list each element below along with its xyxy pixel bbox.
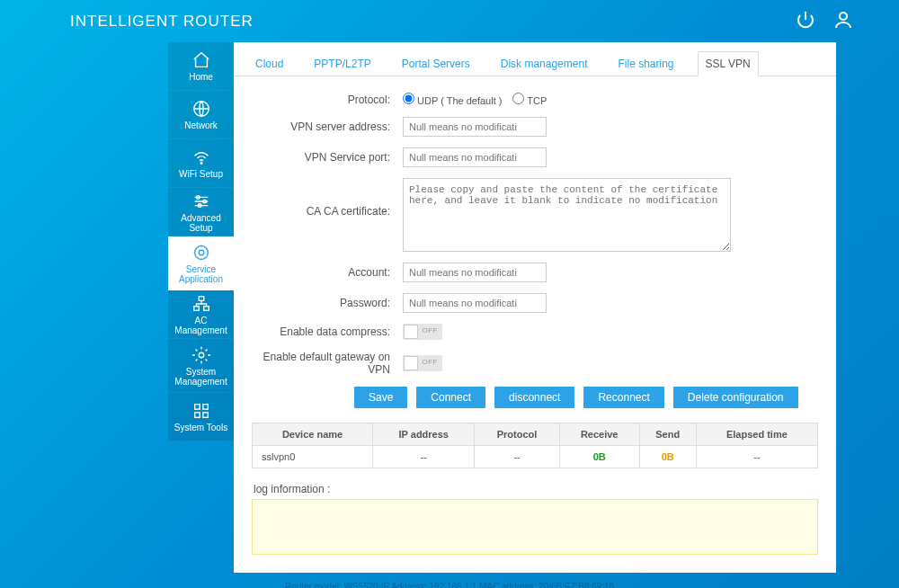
th-receive: Receive xyxy=(559,423,639,446)
tab-fileshare[interactable]: File sharing xyxy=(610,52,681,76)
th-protocol: Protocol xyxy=(475,423,559,446)
ca-cert-label: CA CA certificate: xyxy=(250,178,403,218)
sidebar-item-wifi[interactable]: WiFi Setup xyxy=(168,139,234,188)
svg-point-6 xyxy=(199,250,204,255)
svg-point-0 xyxy=(840,13,847,20)
sidebar-item-label: WiFi Setup xyxy=(179,169,223,179)
cell-proto: -- xyxy=(475,446,559,468)
svg-rect-10 xyxy=(203,306,209,310)
password-input[interactable] xyxy=(403,293,547,313)
protocol-tcp-option[interactable]: TCP xyxy=(512,93,547,106)
delete-config-button[interactable]: Delete configuration xyxy=(673,387,798,408)
svg-rect-13 xyxy=(202,405,208,410)
cell-ip: -- xyxy=(373,446,475,468)
tab-sslvpn[interactable]: SSL VPN xyxy=(698,51,759,76)
sidebar-item-label: Advanced Setup xyxy=(168,213,234,233)
sidebar-item-label: System Tools xyxy=(174,423,227,432)
power-icon[interactable] xyxy=(795,9,816,33)
footer-line1: Router model: WS5520 IP Address: 192.168… xyxy=(0,580,899,588)
brand-title: INTELLIGENT ROUTER xyxy=(70,13,254,31)
protocol-label: Protocol: xyxy=(250,94,403,106)
content-panel: Cloud PPTP/L2TP Portal Servers Disk mana… xyxy=(234,42,836,573)
cell-time: -- xyxy=(696,446,817,468)
svg-rect-8 xyxy=(199,296,204,300)
svg-point-11 xyxy=(199,352,204,358)
sidebar-item-label: AC Management xyxy=(168,316,234,335)
save-button[interactable]: Save xyxy=(354,387,407,408)
sidebar-item-label: System Management xyxy=(168,367,234,387)
server-addr-label: VPN server address: xyxy=(250,120,403,133)
footer: Router model: WS5520 IP Address: 192.168… xyxy=(0,580,899,588)
connect-button[interactable]: Connect xyxy=(416,387,485,408)
log-box xyxy=(252,499,818,555)
protocol-udp-radio[interactable] xyxy=(403,93,414,104)
protocol-udp-option[interactable]: UDP ( The default ) xyxy=(403,93,502,106)
connections-table: Device name IP address Protocol Receive … xyxy=(252,423,818,468)
sidebar-item-service[interactable]: Service Application xyxy=(168,236,234,290)
compress-toggle[interactable]: OFF xyxy=(403,324,442,340)
svg-rect-14 xyxy=(194,413,200,418)
tab-cloud[interactable]: Cloud xyxy=(248,52,290,76)
server-addr-input[interactable] xyxy=(403,117,547,137)
log-title: log information : xyxy=(234,474,836,499)
svg-rect-15 xyxy=(202,413,208,418)
protocol-tcp-radio[interactable] xyxy=(512,93,524,104)
sslvpn-form: Protocol: UDP ( The default ) TCP VPN se… xyxy=(234,76,836,408)
service-port-input[interactable] xyxy=(403,147,547,167)
tab-bar: Cloud PPTP/L2TP Portal Servers Disk mana… xyxy=(234,42,836,76)
svg-rect-9 xyxy=(193,306,199,310)
cell-receive: 0B xyxy=(559,446,639,468)
user-icon[interactable] xyxy=(832,9,854,33)
gateway-label: Enable default gateway on VPN xyxy=(250,351,403,376)
sidebar-item-home[interactable]: Home xyxy=(168,42,234,91)
service-port-label: VPN Service port: xyxy=(250,151,403,164)
account-input[interactable] xyxy=(403,263,547,282)
sidebar-item-label: Network xyxy=(184,120,218,130)
password-label: Password: xyxy=(250,297,403,309)
svg-rect-12 xyxy=(194,405,200,410)
th-ip: IP address xyxy=(373,423,475,446)
svg-point-2 xyxy=(200,163,202,165)
cell-device: sslvpn0 xyxy=(253,446,373,468)
sidebar: Home Network WiFi Setup Advanced Setup S… xyxy=(168,42,234,441)
account-label: Account: xyxy=(250,266,403,279)
cell-send: 0B xyxy=(639,446,696,468)
sidebar-item-network[interactable]: Network xyxy=(168,91,234,139)
disconnect-button[interactable]: disconnect xyxy=(494,387,574,408)
gateway-toggle[interactable]: OFF xyxy=(403,355,442,371)
compress-label: Enable data compress: xyxy=(250,325,403,338)
ca-cert-textarea[interactable] xyxy=(403,178,731,252)
sidebar-item-system-mgmt[interactable]: System Management xyxy=(168,339,234,393)
tab-portal[interactable]: Portal Servers xyxy=(395,52,477,76)
th-elapsed: Elapsed time xyxy=(696,423,817,446)
sidebar-item-ac[interactable]: AC Management xyxy=(168,290,234,339)
th-send: Send xyxy=(639,423,696,446)
tab-disk[interactable]: Disk management xyxy=(494,52,595,76)
sidebar-item-tools[interactable]: System Tools xyxy=(168,393,234,441)
table-row: sslvpn0 -- -- 0B 0B -- xyxy=(253,446,818,468)
sidebar-item-advanced[interactable]: Advanced Setup xyxy=(168,188,234,236)
th-device: Device name xyxy=(253,423,373,446)
svg-point-7 xyxy=(194,245,208,259)
tab-pptp[interactable]: PPTP/L2TP xyxy=(307,52,378,76)
sidebar-item-label: Home xyxy=(189,72,213,82)
sidebar-item-label: Service Application xyxy=(168,264,234,284)
reconnect-button[interactable]: Reconnect xyxy=(583,387,663,408)
